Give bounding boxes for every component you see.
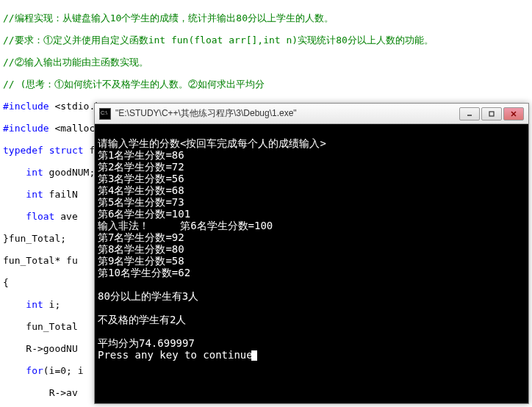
console-line: 第4名学生分数=68 [98, 184, 184, 196]
text-cursor [251, 350, 257, 361]
window-controls [459, 107, 524, 120]
console-line: 第1名学生分数=86 [98, 149, 184, 161]
console-line: 第9名学生分数=58 [98, 255, 184, 267]
console-line: 第6名学生分数=101 [98, 208, 190, 220]
console-output[interactable]: 请输入学生的分数<按回车完成每个人的成绩输入> 第1名学生分数=86 第2名学生… [95, 124, 528, 403]
window-titlebar[interactable]: "E:\STUDY\C++\其他练习程序\3\Debug\1.exe" [95, 104, 528, 124]
comment-line: // (思考：①如何统计不及格学生的人数。②如何求出平均分 [3, 79, 529, 90]
maximize-button[interactable] [481, 107, 502, 120]
minimize-button[interactable] [459, 107, 480, 120]
comment-line: //编程实现：从键盘输入10个学生的成绩，统计并输出80分以上学生的人数。 [3, 12, 529, 24]
console-line: 第3名学生分数=56 [98, 173, 184, 184]
console-line: 不及格的学生有2人 [98, 314, 186, 325]
window-title: "E:\STUDY\C++\其他练习程序\3\Debug\1.exe" [115, 107, 459, 120]
app-icon [99, 108, 111, 120]
console-line: 第2名学生分数=72 [98, 161, 184, 173]
console-line: 第10名学生分数=62 [98, 267, 190, 278]
console-line: 第5名学生分数=73 [98, 196, 184, 208]
console-line: 请输入学生的分数<按回车完成每个人的成绩输入> [98, 137, 326, 149]
comment-line: //②输入输出功能由主函数实现。 [3, 57, 529, 68]
console-line: 80分以上的学生有3人 [98, 290, 198, 302]
console-line: 第8名学生分数=80 [98, 243, 184, 255]
console-line: 平均分为74.699997 [98, 337, 195, 349]
svg-rect-1 [489, 112, 494, 116]
comment-line: //要求：①定义并使用自定义函数int fun(float arr[],int … [3, 35, 529, 46]
console-line: Press any key to continue [98, 349, 253, 361]
console-line: 输入非法！ 第6名学生分数=100 [98, 220, 273, 231]
close-button[interactable] [503, 107, 524, 120]
console-line: 第7名学生分数=92 [98, 231, 184, 243]
console-window: "E:\STUDY\C++\其他练习程序\3\Debug\1.exe" 请输入学… [94, 103, 529, 404]
